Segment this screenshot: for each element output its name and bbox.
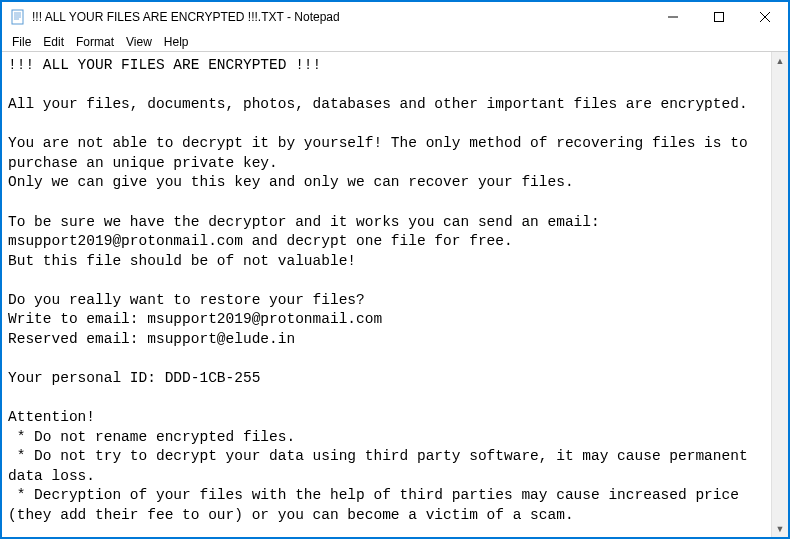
menu-view[interactable]: View [120,33,158,51]
content-area: !!! ALL YOUR FILES ARE ENCRYPTED !!! All… [2,52,788,537]
notepad-icon [10,9,26,25]
window-controls [650,2,788,32]
titlebar[interactable]: !!! ALL YOUR FILES ARE ENCRYPTED !!!.TXT… [2,2,788,32]
menu-format[interactable]: Format [70,33,120,51]
scroll-down-button[interactable]: ▼ [772,520,788,537]
minimize-button[interactable] [650,2,696,32]
maximize-button[interactable] [696,2,742,32]
menu-help[interactable]: Help [158,33,195,51]
vertical-scrollbar[interactable]: ▲ ▼ [771,52,788,537]
menu-edit[interactable]: Edit [37,33,70,51]
notepad-window: !!! ALL YOUR FILES ARE ENCRYPTED !!!.TXT… [0,0,790,539]
scroll-up-button[interactable]: ▲ [772,52,788,69]
scroll-track[interactable] [772,69,788,520]
svg-rect-6 [715,13,724,22]
window-title: !!! ALL YOUR FILES ARE ENCRYPTED !!!.TXT… [32,10,650,24]
close-button[interactable] [742,2,788,32]
menu-file[interactable]: File [6,33,37,51]
menubar: File Edit Format View Help [2,32,788,52]
text-content[interactable]: !!! ALL YOUR FILES ARE ENCRYPTED !!! All… [2,52,771,537]
